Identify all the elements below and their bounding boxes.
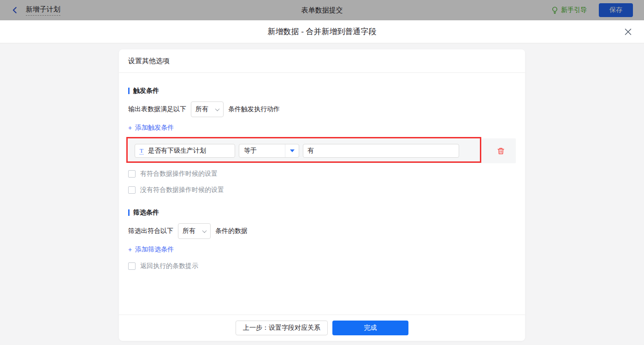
trigger-match-mode-select[interactable]: 所有 (191, 101, 224, 117)
save-button[interactable]: 保存 (599, 3, 633, 17)
trigger-section-title: 触发条件 (128, 87, 516, 95)
beginner-guide-link[interactable]: 新手引导 (551, 6, 587, 14)
add-trigger-condition-label: 添加触发条件 (135, 124, 174, 132)
section-marker-bar (128, 209, 130, 216)
filter-match-mode-select[interactable]: 所有 (178, 223, 211, 239)
checkbox-label: 没有符合数据操作时候的设置 (140, 186, 224, 194)
section-marker-bar (128, 88, 130, 94)
done-button[interactable]: 完成 (332, 321, 408, 335)
card-content: 触发条件 输出表数据满足以下 所有 条件触发执行动作 + 添加触发条件 (119, 73, 525, 315)
modal-header: 新增数据 - 合并新增到普通字段 (0, 20, 644, 43)
checkbox-unchecked-icon[interactable] (128, 170, 136, 178)
back-chevron-icon[interactable] (11, 6, 19, 14)
guide-label: 新手引导 (561, 6, 587, 14)
settings-card: 设置其他选项 触发条件 输出表数据满足以下 所有 条件触发执行动作 + (119, 49, 525, 341)
add-trigger-condition-link[interactable]: + 添加触发条件 (128, 124, 174, 132)
trigger-condition-row: T 是否有下级生产计划 等于 (128, 138, 516, 163)
plan-name-editable-title[interactable]: 新增子计划 (26, 5, 60, 16)
topbar-right: 新手引导 保存 (551, 3, 633, 17)
trigger-match-prefix: 输出表数据满足以下 (128, 105, 186, 113)
condition-value-input[interactable] (303, 144, 459, 158)
trigger-match-suffix: 条件触发执行动作 (228, 105, 280, 113)
filter-match-mode-value: 所有 (183, 227, 195, 235)
card-footer: 上一步：设置字段对应关系 完成 (119, 315, 525, 341)
filter-match-suffix: 条件的数据 (215, 227, 248, 235)
plus-icon: + (128, 246, 132, 253)
page-title: 表单数据提交 (301, 6, 343, 15)
filter-match-prefix: 筛选出符合以下 (128, 227, 173, 235)
chevron-down-icon (202, 228, 207, 233)
plus-icon: + (128, 124, 132, 131)
close-icon[interactable] (624, 28, 632, 36)
checkbox-row-no-match[interactable]: 没有符合数据操作时候的设置 (128, 184, 516, 196)
add-filter-condition-label: 添加筛选条件 (135, 245, 174, 254)
operator-caret-area[interactable] (285, 144, 299, 157)
lightbulb-icon (551, 6, 558, 14)
caret-down-icon (290, 149, 295, 152)
modal-title: 新增数据 - 合并新增到普通字段 (267, 26, 376, 37)
trigger-match-row: 输出表数据满足以下 所有 条件触发执行动作 (128, 101, 516, 117)
add-filter-condition-link[interactable]: + 添加筛选条件 (128, 245, 174, 254)
checkbox-row-return-count[interactable]: 返回执行的条数提示 (128, 261, 516, 272)
condition-field-value: 是否有下级生产计划 (148, 147, 206, 155)
app-window: 新增子计划 表单数据提交 新手引导 保存 新增数据 - 合并新增到普通字段 设置… (0, 0, 644, 345)
text-field-type-icon: T (139, 148, 144, 155)
trigger-match-mode-value: 所有 (195, 105, 208, 113)
checkbox-label: 返回执行的条数提示 (140, 262, 198, 270)
trash-icon[interactable] (497, 147, 505, 155)
filter-section-label: 筛选条件 (133, 208, 159, 217)
previous-step-button[interactable]: 上一步：设置字段对应关系 (236, 321, 328, 335)
condition-operator-value: 等于 (239, 144, 285, 157)
checkbox-label: 有符合数据操作时候的设置 (140, 170, 218, 178)
trigger-section-label: 触发条件 (133, 87, 159, 95)
condition-field-select[interactable]: T 是否有下级生产计划 (135, 144, 235, 158)
topbar-left: 新增子计划 (11, 5, 60, 16)
top-bar: 新增子计划 表单数据提交 新手引导 保存 (0, 0, 644, 20)
chevron-down-icon (215, 107, 220, 111)
filter-match-row: 筛选出符合以下 所有 条件的数据 (128, 223, 516, 239)
checkbox-unchecked-icon[interactable] (128, 262, 136, 270)
checkbox-row-has-match[interactable]: 有符合数据操作时候的设置 (128, 168, 516, 179)
condition-operator-select[interactable]: 等于 (239, 144, 299, 158)
filter-section-title: 筛选条件 (128, 208, 516, 217)
checkbox-unchecked-icon[interactable] (128, 186, 136, 194)
modal-body: 设置其他选项 触发条件 输出表数据满足以下 所有 条件触发执行动作 + (0, 43, 644, 345)
card-header: 设置其他选项 (119, 49, 525, 73)
